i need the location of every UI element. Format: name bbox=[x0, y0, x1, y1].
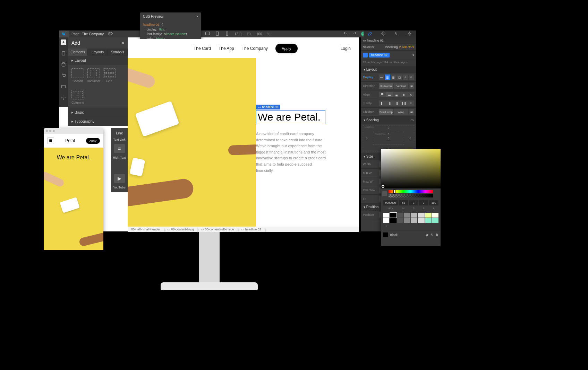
device-desktop-icon[interactable] bbox=[205, 31, 210, 37]
selected-swatch[interactable] bbox=[383, 232, 388, 237]
add-element-icon[interactable]: + bbox=[61, 39, 66, 45]
undo-icon[interactable] bbox=[343, 31, 348, 37]
section-layout[interactable]: ▸ Layout bbox=[68, 56, 128, 65]
page-name[interactable]: The Company bbox=[82, 32, 104, 36]
cms-icon[interactable] bbox=[61, 62, 66, 67]
canvas-width[interactable]: 1211 bbox=[234, 32, 242, 36]
settings-gear-icon[interactable] bbox=[381, 31, 386, 37]
hex-input[interactable]: #000000 bbox=[383, 200, 398, 205]
hero-image[interactable] bbox=[128, 58, 256, 227]
direction-reverse-icon[interactable]: ⇄ bbox=[409, 83, 414, 89]
display-inline[interactable]: A bbox=[403, 74, 408, 80]
align-start[interactable]: ▀ bbox=[379, 92, 386, 97]
tab-elements[interactable]: Elements bbox=[68, 49, 88, 56]
swatch[interactable] bbox=[397, 213, 403, 218]
direction-vertical[interactable]: Vertical bbox=[394, 83, 408, 89]
align-end[interactable]: ▄ bbox=[393, 92, 400, 97]
swatch[interactable] bbox=[411, 213, 417, 218]
brush-icon[interactable] bbox=[368, 31, 373, 37]
trash-icon[interactable]: 🗑 bbox=[435, 233, 438, 237]
chevron-down-icon[interactable]: ▾ bbox=[412, 53, 414, 57]
crumb[interactable]: 00-half-n-half-header bbox=[128, 228, 164, 231]
petal-logo[interactable]: Petal bbox=[65, 138, 75, 143]
link-icon[interactable]: ⇄ bbox=[426, 233, 428, 237]
assets-icon[interactable] bbox=[61, 84, 66, 89]
settings-icon[interactable] bbox=[61, 95, 66, 100]
pages-icon[interactable] bbox=[61, 51, 66, 56]
justify-between[interactable]: ▌▐ bbox=[400, 100, 407, 106]
ecommerce-icon[interactable] bbox=[61, 73, 66, 78]
zoom-value[interactable]: 100 bbox=[256, 32, 262, 36]
direction-horizontal[interactable]: Horizontal bbox=[379, 83, 393, 89]
redo-icon[interactable] bbox=[352, 31, 357, 37]
display-inline-block[interactable]: ▢ bbox=[397, 74, 402, 80]
add-swatch[interactable]: + bbox=[383, 224, 389, 229]
swatch[interactable] bbox=[397, 218, 403, 223]
nav-company[interactable]: The Company bbox=[242, 46, 268, 51]
swatch[interactable] bbox=[425, 213, 432, 218]
swatch[interactable] bbox=[383, 213, 389, 218]
close-icon[interactable]: × bbox=[121, 40, 124, 46]
element-rich-text[interactable]: Rich Text bbox=[113, 156, 126, 159]
element-container[interactable]: Container bbox=[87, 68, 100, 83]
mobile-apply-button[interactable]: Apply bbox=[86, 138, 100, 144]
preview-eye-icon[interactable] bbox=[108, 31, 113, 37]
element-grid[interactable]: Grid bbox=[103, 68, 116, 83]
webflow-logo[interactable]: W bbox=[59, 30, 69, 37]
swatch[interactable] bbox=[418, 218, 424, 223]
nav-card[interactable]: The Card bbox=[194, 46, 211, 51]
a-input[interactable]: 100 bbox=[429, 200, 438, 205]
crumb[interactable]: ▭ headline 02 bbox=[238, 228, 265, 231]
display-block[interactable]: ▬ bbox=[379, 74, 384, 80]
interactions-icon[interactable] bbox=[394, 31, 399, 37]
children-nowrap[interactable]: Don't wrap bbox=[379, 109, 393, 115]
color-gradient-area[interactable] bbox=[381, 149, 441, 188]
justify-around[interactable]: ⦀ bbox=[407, 100, 414, 106]
swatch[interactable] bbox=[390, 218, 396, 223]
section-layout[interactable]: ▾ Layout bbox=[361, 66, 416, 73]
align-center[interactable]: ▬ bbox=[386, 92, 393, 97]
inheriting-count[interactable]: 2 selectors bbox=[399, 45, 414, 49]
align-stretch[interactable]: ▮ bbox=[400, 92, 407, 97]
section-spacing[interactable]: ▾ Spacing ▭ bbox=[361, 116, 416, 124]
element-section[interactable]: Section bbox=[71, 68, 84, 83]
display-flex[interactable]: ▥ bbox=[385, 74, 390, 80]
nav-apply-button[interactable]: Apply bbox=[275, 44, 298, 53]
align-baseline[interactable]: A bbox=[407, 92, 414, 97]
nav-login[interactable]: Login bbox=[341, 46, 351, 51]
device-tablet-icon[interactable] bbox=[215, 31, 220, 37]
element-youtube[interactable]: YouTube bbox=[113, 186, 125, 189]
justify-end[interactable]: ▐ bbox=[393, 100, 400, 106]
expand-icon[interactable]: ▭ bbox=[410, 118, 414, 122]
swatch[interactable] bbox=[418, 213, 424, 218]
swatch[interactable] bbox=[425, 218, 432, 223]
color-cursor[interactable] bbox=[382, 185, 384, 188]
selector-type-icon[interactable] bbox=[363, 53, 368, 58]
swatch[interactable] bbox=[432, 213, 438, 218]
b-input[interactable]: 0 bbox=[419, 200, 428, 205]
children-wrap[interactable]: Wrap bbox=[394, 109, 408, 115]
swatch[interactable] bbox=[404, 213, 410, 218]
swatch[interactable] bbox=[383, 218, 389, 223]
element-text-link[interactable]: Text Link bbox=[113, 138, 126, 141]
swatch[interactable] bbox=[432, 218, 438, 223]
swatch[interactable] bbox=[404, 218, 410, 223]
edit-icon[interactable]: ✎ bbox=[431, 233, 433, 237]
crumb[interactable]: ▭ 00-content-left-inside bbox=[197, 228, 238, 231]
device-mobile-icon[interactable] bbox=[224, 31, 229, 37]
nav-app[interactable]: The App bbox=[219, 46, 234, 51]
element-rich-text-icon[interactable]: ≡ bbox=[114, 144, 125, 153]
hue-handle[interactable] bbox=[393, 190, 395, 194]
style-crumb[interactable]: ▭ headline 02 bbox=[361, 37, 416, 44]
close-icon[interactable]: × bbox=[196, 15, 198, 18]
h-input[interactable]: 51 bbox=[399, 200, 408, 205]
tab-symbols[interactable]: Symbols bbox=[108, 49, 128, 56]
justify-start[interactable]: ▌ bbox=[379, 100, 386, 106]
spacing-editor[interactable]: MARGIN 0 0 0 0 PADDING 0 0 bbox=[363, 125, 414, 151]
element-youtube-icon[interactable]: ▶ bbox=[114, 174, 125, 183]
children-reverse-icon[interactable]: ⇄ bbox=[409, 109, 414, 115]
tab-layouts[interactable]: Layouts bbox=[88, 49, 108, 56]
hue-slider[interactable] bbox=[389, 190, 433, 193]
eyedropper-icon[interactable] bbox=[382, 191, 387, 196]
section-typography[interactable]: ▸ Typography bbox=[68, 117, 128, 126]
